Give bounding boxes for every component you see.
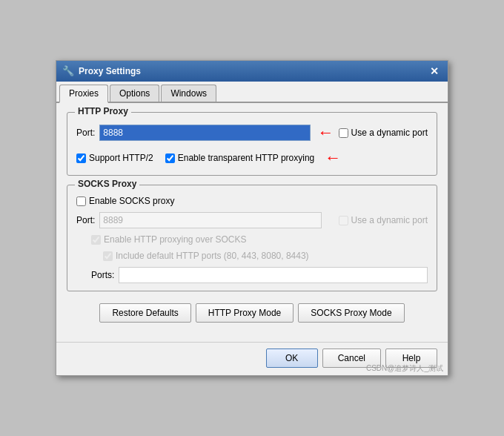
default-ports-checkbox-row: Include default HTTP ports (80, 443, 808… <box>103 251 309 261</box>
enable-socks-checkbox[interactable] <box>76 196 86 206</box>
socks-port-input[interactable] <box>99 212 322 228</box>
http-proxy-group: HTTP Proxy Port: ← Use a dynamic port Su… <box>67 112 437 176</box>
http-over-socks-row: Enable HTTP proxying over SOCKS <box>76 234 428 245</box>
http-dynamic-port-checkbox[interactable] <box>339 128 348 138</box>
socks-dynamic-port-row: Use a dynamic port <box>339 215 428 225</box>
tab-windows[interactable]: Windows <box>161 85 216 102</box>
arrow-icon-2: ← <box>325 148 341 168</box>
ok-button[interactable]: OK <box>266 349 318 368</box>
tab-proxies[interactable]: Proxies <box>59 85 108 103</box>
proxy-settings-dialog: 🔧 Proxy Settings ✕ Proxies Options Windo… <box>56 60 448 376</box>
restore-defaults-button[interactable]: Restore Defaults <box>99 303 190 323</box>
support-http2-label: Support HTTP/2 <box>89 153 153 163</box>
http-port-label: Port: <box>76 128 95 138</box>
enable-socks-checkbox-row: Enable SOCKS proxy <box>76 196 174 206</box>
http-over-socks-label: Enable HTTP proxying over SOCKS <box>104 234 247 245</box>
http-over-socks-checkbox[interactable] <box>91 235 101 245</box>
default-ports-label: Include default HTTP ports (80, 443, 808… <box>116 251 309 261</box>
http-dynamic-port-row: Use a dynamic port <box>339 128 428 138</box>
dialog-title: Proxy Settings <box>79 66 141 76</box>
http-proxy-legend: HTTP Proxy <box>75 106 131 116</box>
socks-proxy-mode-button[interactable]: SOCKS Proxy Mode <box>298 303 404 323</box>
transparent-proxying-row: Enable transparent HTTP proxying <box>165 153 315 163</box>
transparent-proxying-label: Enable transparent HTTP proxying <box>178 153 315 163</box>
http-port-row: Port: ← Use a dynamic port <box>76 123 428 142</box>
dialog-content: HTTP Proxy Port: ← Use a dynamic port Su… <box>56 103 448 342</box>
socks-proxy-legend: SOCKS Proxy <box>75 179 139 189</box>
tabs-row: Proxies Options Windows <box>56 82 448 103</box>
socks-ports-input[interactable] <box>119 267 428 283</box>
socks-dynamic-port-checkbox[interactable] <box>339 216 348 225</box>
socks-proxy-group: SOCKS Proxy Enable SOCKS proxy Port: Use… <box>67 185 437 291</box>
arrow-icon-1: ← <box>318 123 334 142</box>
http-dynamic-port-label: Use a dynamic port <box>351 128 428 138</box>
socks-dynamic-port-label: Use a dynamic port <box>351 215 428 225</box>
socks-ports-row: Ports: <box>76 267 428 283</box>
socks-ports-label: Ports: <box>91 270 114 280</box>
socks-port-row: Port: Use a dynamic port <box>76 212 428 228</box>
default-ports-checkbox[interactable] <box>103 251 113 261</box>
support-http2-checkbox[interactable] <box>76 153 86 163</box>
watermark: CSDN@追梦诗人_测试 <box>366 363 443 374</box>
dialog-icon: 🔧 <box>62 65 74 77</box>
bottom-buttons: Restore Defaults HTTP Proxy Mode SOCKS P… <box>67 300 437 326</box>
http-proxy-mode-button[interactable]: HTTP Proxy Mode <box>196 303 294 323</box>
title-bar: 🔧 Proxy Settings ✕ <box>56 61 448 82</box>
close-button[interactable]: ✕ <box>427 64 442 79</box>
title-bar-left: 🔧 Proxy Settings <box>62 65 141 77</box>
socks-port-label: Port: <box>76 215 95 225</box>
enable-socks-row: Enable SOCKS proxy <box>76 196 428 206</box>
support-http2-row: Support HTTP/2 <box>76 153 153 163</box>
http-options-row: Support HTTP/2 Enable transparent HTTP p… <box>76 148 428 168</box>
tab-options[interactable]: Options <box>110 85 159 102</box>
enable-socks-label: Enable SOCKS proxy <box>89 196 174 206</box>
http-port-input[interactable] <box>99 125 310 141</box>
default-ports-row: Include default HTTP ports (80, 443, 808… <box>76 251 428 261</box>
http-over-socks-checkbox-row: Enable HTTP proxying over SOCKS <box>91 234 247 245</box>
transparent-proxying-checkbox[interactable] <box>165 153 175 163</box>
